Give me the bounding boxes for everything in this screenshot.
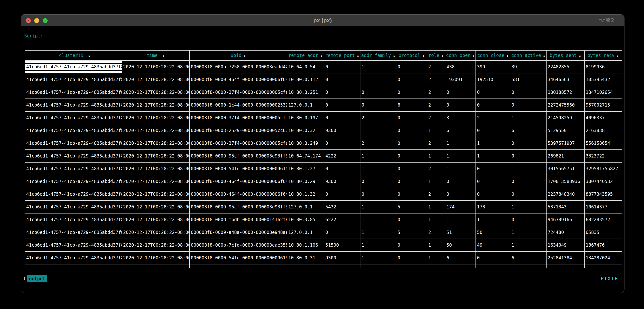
cell-addr_family[interactable]: 0: [360, 99, 396, 111]
cell-_clusterID_[interactable]: 41cb6ed1-4757-41cb-a729-4835abdd37f8: [25, 175, 122, 188]
cell-time_[interactable]: 2020-12-17T00:28:22-08:00: [122, 175, 190, 188]
cell-addr_family[interactable]: 1: [360, 226, 396, 239]
cell-conn_active[interactable]: 0: [510, 86, 546, 99]
cell-addr_family[interactable]: 1: [360, 73, 396, 86]
cell-remote_addr[interactable]: 127.0.0.1: [287, 201, 324, 213]
column-header-_clusterID_[interactable]: _clusterID_↕: [25, 50, 122, 60]
cell-conn_active[interactable]: 1: [510, 111, 546, 124]
cell-conn_open[interactable]: 174: [445, 201, 476, 213]
cell-time_[interactable]: 2020-12-17T00:28:22-08:00: [122, 137, 190, 150]
cell-addr_family[interactable]: 0: [360, 175, 396, 188]
cell-remote_port[interactable]: 5432: [324, 201, 360, 213]
cell-bytes_sent[interactable]: 170813588936: [546, 175, 584, 188]
cell-conn_close[interactable]: 49: [476, 239, 510, 252]
cell-protocol[interactable]: 0: [396, 124, 427, 137]
cell-conn_open[interactable]: 6: [445, 124, 476, 137]
cell-remote_addr[interactable]: 10.64.0.54: [287, 60, 324, 73]
cell-_clusterID_[interactable]: 41cb6ed1-4757-41cb-a729-4835abdd37f8: [25, 86, 122, 99]
cell-remote_port[interactable]: 0: [324, 86, 360, 99]
cell-protocol[interactable]: 0: [396, 213, 427, 226]
cell-conn_close[interactable]: 2: [476, 111, 510, 124]
cell-remote_port[interactable]: 0: [324, 111, 360, 124]
cell-role[interactable]: 1: [427, 150, 445, 162]
cell-bytes_sent[interactable]: 2272475560: [546, 99, 584, 111]
cell-_clusterID_[interactable]: 41cb6ed1-4757-41cb-a729-4835abdd37f8: [25, 201, 122, 213]
cell-protocol[interactable]: 0: [396, 60, 427, 73]
cell-role[interactable]: 2: [427, 73, 445, 86]
cell-conn_open[interactable]: 50: [445, 239, 476, 252]
column-header-upid[interactable]: upid↕: [190, 50, 287, 60]
cell-_clusterID_[interactable]: 41cb6ed1-4757-41cb-a729-4835abdd37f8: [25, 137, 122, 150]
cell-conn_close[interactable]: 192510: [476, 73, 510, 86]
cell-protocol[interactable]: 5: [396, 201, 427, 213]
cell-conn_open[interactable]: 0: [445, 99, 476, 111]
cell-time_[interactable]: 2020-12-17T00:28:22-08:00: [122, 99, 190, 111]
cell-remote_port[interactable]: 0: [324, 137, 360, 150]
cell-addr_family[interactable]: 0: [360, 86, 396, 99]
cell-role[interactable]: 2: [427, 111, 445, 124]
cell-bytes_recv[interactable]: 105395432: [584, 73, 622, 86]
cell-protocol[interactable]: 0: [396, 137, 427, 150]
cell-conn_active[interactable]: 581: [510, 73, 546, 86]
column-header-remote_port[interactable]: remote_port↕: [324, 50, 360, 60]
cell-_clusterID_[interactable]: 41cb6ed1-4757-41cb-a729-4835abdd37f8: [25, 111, 122, 124]
cell-bytes_recv[interactable]: 4096337: [584, 111, 622, 124]
cell-conn_close[interactable]: 0: [476, 188, 510, 201]
cell-bytes_sent[interactable]: 269821: [546, 150, 584, 162]
cell-remote_addr[interactable]: 10.80.1.106: [287, 239, 324, 252]
cell-conn_active[interactable]: 0: [510, 188, 546, 201]
cell-conn_active[interactable]: 0: [510, 137, 546, 150]
cell-conn_open[interactable]: 3: [445, 111, 476, 124]
cell-remote_addr[interactable]: 10.80.3.251: [287, 86, 324, 99]
column-header-addr_family[interactable]: addr_family↕: [360, 50, 396, 60]
cell-remote_addr[interactable]: 10.80.1.32: [287, 188, 324, 201]
cell-addr_family[interactable]: 1: [360, 124, 396, 137]
cell-bytes_sent[interactable]: 214598259: [546, 111, 584, 124]
cell-addr_family[interactable]: 2: [360, 111, 396, 124]
cell-time_[interactable]: 2020-12-17T00:28:22-08:00: [122, 252, 190, 264]
column-header-conn_close[interactable]: conn_close↕: [476, 50, 510, 60]
cell-remote_port[interactable]: 0: [324, 226, 360, 239]
column-header-bytes_sent[interactable]: bytes_sent↕: [546, 50, 584, 60]
cell-remote_addr[interactable]: 10.64.74.174: [287, 150, 324, 162]
cell-protocol[interactable]: 0: [396, 111, 427, 124]
cell-conn_close[interactable]: 0: [476, 162, 510, 175]
cell-remote_port[interactable]: 9300: [324, 124, 360, 137]
cell-_clusterID_[interactable]: 41cb6ed1-4757-41cb-a729-4835abdd37f8: [25, 252, 122, 264]
cell-protocol[interactable]: 0: [396, 188, 427, 201]
cell-addr_family[interactable]: 1: [360, 201, 396, 213]
cell-time_[interactable]: 2020-12-17T00:28:22-08:00: [122, 188, 190, 201]
cell-conn_close[interactable]: 0: [476, 175, 510, 188]
cell-upid[interactable]: 000003f8-000d-fbdb-0000-0000014162f8: [190, 213, 287, 226]
cell-upid[interactable]: 000003f8-0000-37f4-0000-000000005cfa: [190, 111, 287, 124]
cell-bytes_sent[interactable]: 5371343: [546, 201, 584, 213]
cell-remote_addr[interactable]: 10.80.1.27: [287, 162, 324, 175]
cell-role[interactable]: 2: [427, 226, 445, 239]
cell-role[interactable]: 1: [427, 175, 445, 188]
cell-remote_addr[interactable]: 10.80.0.31: [287, 252, 324, 264]
cell-remote_addr[interactable]: 10.80.0.32: [287, 124, 324, 137]
cell-_clusterID_[interactable]: 41cb6ed1-4757-41cb-a729-4835abdd37f8: [25, 188, 122, 201]
cell-conn_open[interactable]: 51: [445, 226, 476, 239]
cell-bytes_recv[interactable]: 134287024: [584, 252, 622, 264]
cell-remote_port[interactable]: 4222: [324, 150, 360, 162]
cell-protocol[interactable]: 0: [396, 252, 427, 264]
column-header-bytes_recv[interactable]: bytes_recv↕: [584, 50, 622, 60]
cell-addr_family[interactable]: 0: [360, 188, 396, 201]
cell-remote_addr[interactable]: 10.80.3.85: [287, 213, 324, 226]
cell-upid[interactable]: 000003f8-0009-a48a-0000-000003e948ae: [190, 226, 287, 239]
cell-bytes_recv[interactable]: 556158654: [584, 137, 622, 150]
cell-conn_close[interactable]: 1: [476, 150, 510, 162]
cell-addr_family[interactable]: 1: [360, 150, 396, 162]
cell-conn_active[interactable]: 1: [510, 226, 546, 239]
cell-bytes_sent[interactable]: 180188572: [546, 86, 584, 99]
cell-role[interactable]: 1: [427, 252, 445, 264]
cell-protocol[interactable]: 0: [396, 239, 427, 252]
cell-conn_close[interactable]: 0: [476, 252, 510, 264]
cell-bytes_sent[interactable]: 252841384: [546, 252, 584, 264]
cell-bytes_recv[interactable]: 957002715: [584, 99, 622, 111]
cell-time_[interactable]: 2020-12-17T00:28:22-08:00: [122, 239, 190, 252]
window-titlebar[interactable]: px (px) ⌥⌘2: [21, 14, 624, 26]
cell-time_[interactable]: 2020-12-17T00:28:22-08:00: [122, 162, 190, 175]
cell-upid[interactable]: 000003f8-000b-7cfd-0000-000003eae358: [190, 239, 287, 252]
